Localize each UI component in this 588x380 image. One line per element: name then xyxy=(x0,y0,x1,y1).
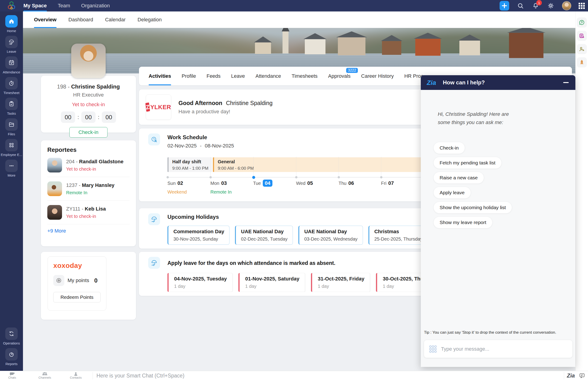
reportee-row[interactable]: 1237 - Mary Hansley Remote In xyxy=(47,177,129,201)
reportee-status: Yet to check-in xyxy=(66,167,123,172)
suggestion-apply-leave[interactable]: Apply leave xyxy=(434,187,471,198)
tab-profile[interactable]: Profile xyxy=(182,67,196,85)
greeting-message: Have a productive day! xyxy=(178,109,273,115)
smart-chat-launcher[interactable]: Here is your Smart Chat (Ctrl+Space) xyxy=(96,371,185,380)
employee-engagement-icon xyxy=(5,139,18,151)
smart-chat-bar: Chats Channels Contacts Here is your Sma… xyxy=(0,371,588,380)
topnav-organization[interactable]: Organization xyxy=(81,0,110,11)
tab-approvals[interactable]: Approvals 3222 xyxy=(328,67,351,85)
sidebar-item-more[interactable]: More xyxy=(5,160,18,177)
tab-dashboard[interactable]: Dashboard xyxy=(68,11,93,28)
reportee-row[interactable]: 204 - Randall Gladstone Yet to check-in xyxy=(47,153,129,177)
leave-umbrella-section-icon xyxy=(148,257,160,269)
sidebar-item-tasks[interactable]: Tasks xyxy=(5,98,18,115)
banner-house xyxy=(338,37,365,55)
topbar-actions: 1 xyxy=(500,1,588,11)
right-toolbar xyxy=(575,11,588,371)
zia-tip-text: Tip : You can just say 'Stop it' to drop… xyxy=(424,330,573,335)
search-icon[interactable] xyxy=(517,2,524,10)
tab-activities[interactable]: Activities xyxy=(149,67,171,85)
current-day-dot xyxy=(252,176,255,179)
sidebar-item-files[interactable]: Files xyxy=(5,118,18,136)
tab-hr-process[interactable]: HR Proc xyxy=(404,67,423,85)
suggestion-raise-case[interactable]: Raise a new case xyxy=(434,172,484,184)
reportees-more-link[interactable]: +9 More xyxy=(47,228,129,234)
sidebar-item-home[interactable]: Home xyxy=(5,15,18,33)
sidebar-item-reports[interactable]: Reports xyxy=(5,348,18,366)
profile-photo[interactable] xyxy=(71,44,106,78)
minimize-icon[interactable] xyxy=(562,79,570,86)
points-star-icon xyxy=(53,275,64,286)
work-timer: 00 : 00 : 00 xyxy=(41,112,136,123)
sidebar-item-leave[interactable]: Leave xyxy=(5,36,18,54)
topnav-my-space[interactable]: My Space xyxy=(23,0,47,11)
notifications-bell-icon[interactable]: 1 xyxy=(532,2,540,10)
user-avatar[interactable] xyxy=(562,1,571,10)
suggestion-check-in[interactable]: Check-in xyxy=(434,142,465,154)
employee-name: 198 - Christine Spalding xyxy=(41,83,136,90)
feedback-chat-icon[interactable] xyxy=(579,373,585,380)
suggestion-holiday-list[interactable]: Show the upcoming holiday list xyxy=(434,202,512,213)
app-logo[interactable] xyxy=(0,0,23,11)
absent-day-card[interactable]: 31-Oct-2025, Friday1 day xyxy=(311,273,370,292)
share-profile-icon[interactable] xyxy=(577,44,587,54)
shift-half-day: Half day shift 9:00 AM - 1:00 PM xyxy=(168,157,212,172)
settings-gear-icon[interactable] xyxy=(547,2,555,10)
zia-toggle-icon[interactable]: Zia xyxy=(567,372,577,380)
add-request-icon[interactable] xyxy=(577,31,587,41)
timer-hours: 00 xyxy=(61,112,75,123)
getting-started-rocket-icon[interactable] xyxy=(577,57,587,67)
xoxoday-widget: xoxoday My points 0 Redeem Points xyxy=(47,256,106,310)
reports-pie-icon xyxy=(5,348,18,361)
apps-grid-icon[interactable] xyxy=(579,3,585,9)
secondary-navigation: Overview Dashboard Calendar Delegation xyxy=(23,11,575,28)
points-label: My points xyxy=(67,278,89,284)
suggestion-pending-tasks[interactable]: Fetch my pending task list xyxy=(434,157,502,169)
chats-button[interactable]: Chats xyxy=(2,371,22,380)
topnav-team[interactable]: Team xyxy=(58,0,70,11)
reportee-row[interactable]: ZY111 - Keb Lisa Yet to check-in xyxy=(47,201,129,224)
tab-leave[interactable]: Leave xyxy=(231,67,245,85)
top-navigation: My Space Team Organization xyxy=(23,0,110,11)
current-date-badge: 04 xyxy=(263,180,273,187)
tab-timesheets[interactable]: Timesheets xyxy=(292,67,318,85)
more-ellipsis-icon xyxy=(5,160,18,172)
tab-calendar[interactable]: Calendar xyxy=(105,11,126,28)
channels-button[interactable]: Channels xyxy=(34,371,55,380)
banner-house xyxy=(382,41,401,55)
upcoming-holidays-title: Upcoming Holidays xyxy=(168,214,219,220)
add-button[interactable] xyxy=(500,1,509,11)
day-tue-current: Tue04 xyxy=(253,180,273,186)
tab-career-history[interactable]: Career History xyxy=(361,67,394,85)
zia-message-box[interactable] xyxy=(424,340,572,358)
zylker-logo: Z YLKER xyxy=(146,95,171,120)
tab-attendance[interactable]: Attendance xyxy=(255,67,281,85)
sidebar-item-operations[interactable]: Operations xyxy=(3,327,20,345)
zia-message-input[interactable] xyxy=(441,346,567,352)
help-icon[interactable] xyxy=(577,18,587,28)
sidebar-item-timesheet[interactable]: Timesheet xyxy=(3,77,19,95)
bottombar-divider xyxy=(564,372,564,379)
message-apps-icon[interactable] xyxy=(430,346,436,352)
plus-icon xyxy=(502,3,507,8)
holiday-card: Commemoration Day30-Nov-2025, Sunday xyxy=(168,226,230,245)
reportee-avatar xyxy=(47,181,62,196)
timer-minutes: 00 xyxy=(81,112,96,123)
banner-church-tower xyxy=(283,31,289,54)
tab-overview[interactable]: Overview xyxy=(34,11,57,28)
contacts-button[interactable]: Contacts xyxy=(65,371,86,380)
absent-day-card[interactable]: 01-Nov-2025, Saturday1 day xyxy=(238,273,305,292)
zoho-people-logo-icon xyxy=(6,0,17,11)
reportee-status: Remote In xyxy=(66,190,114,195)
sidebar-item-attendance[interactable]: Attendance xyxy=(3,57,20,74)
tab-delegation[interactable]: Delegation xyxy=(138,11,162,28)
suggestion-leave-report[interactable]: Show my leave report xyxy=(434,217,492,228)
sidebar-item-employee-engagement[interactable]: Employee E... xyxy=(1,139,22,157)
xoxoday-logo: xoxoday xyxy=(53,262,101,269)
redeem-points-button[interactable]: Redeem Points xyxy=(53,292,101,303)
check-in-button[interactable]: Check-in xyxy=(69,127,107,138)
reportees-title: Reportees xyxy=(47,146,129,153)
tab-feeds[interactable]: Feeds xyxy=(207,67,220,85)
zia-suggestions: Check-in Fetch my pending task list Rais… xyxy=(434,142,512,228)
absent-day-card[interactable]: 04-Nov-2025, Tuesday1 day xyxy=(168,273,232,292)
